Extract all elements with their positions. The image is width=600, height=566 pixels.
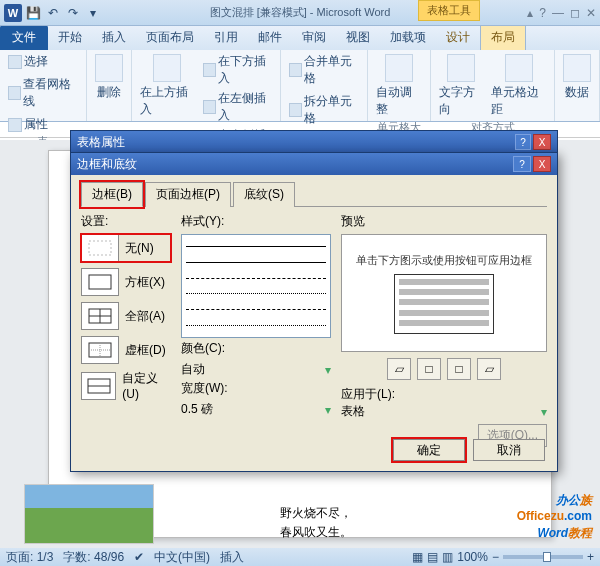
tab-insert[interactable]: 插入 [92, 25, 136, 50]
text-direction-button[interactable]: 文字方向 [437, 52, 485, 120]
border-diag2-button[interactable]: ▱ [477, 358, 501, 380]
preview-message: 单击下方图示或使用按钮可应用边框 [356, 253, 532, 268]
autofit-icon [385, 54, 413, 82]
status-wordcount[interactable]: 字数: 48/96 [63, 549, 124, 566]
option-box[interactable]: 方框(X) [81, 268, 171, 296]
window-controls: ▴ ? — ◻ ✕ [527, 6, 596, 20]
tab-mailings[interactable]: 邮件 [248, 25, 292, 50]
tab-border[interactable]: 边框(B) [81, 182, 143, 207]
insert-below-button[interactable]: 在下方插入 [201, 52, 274, 88]
preview-panel: 单击下方图示或使用按钮可应用边框 [341, 234, 547, 352]
border-custom-icon [81, 372, 116, 400]
style-listbox[interactable] [181, 234, 331, 338]
table-properties-button[interactable]: 属性 [6, 115, 50, 134]
insert-above-button[interactable]: 在上方插入 [138, 52, 197, 120]
preview-table-icon[interactable] [394, 274, 494, 334]
border-bottom-button[interactable]: □ [417, 358, 441, 380]
status-language[interactable]: 中文(中国) [154, 549, 210, 566]
close-icon[interactable]: ✕ [586, 6, 596, 20]
group-delete: 删除 [87, 50, 132, 121]
titlebar: W 💾 ↶ ↷ ▾ 图文混排 [兼容模式] - Microsoft Word 表… [0, 0, 600, 26]
tab-table-layout[interactable]: 布局 [480, 24, 526, 50]
svg-rect-0 [89, 241, 111, 255]
undo-icon[interactable]: ↶ [44, 4, 62, 22]
view-web-icon[interactable]: ▥ [442, 550, 453, 564]
view-fullread-icon[interactable]: ▤ [427, 550, 438, 564]
restore-icon[interactable]: ◻ [570, 6, 580, 20]
document-text[interactable]: 野火烧不尽， 春风吹又生。 [280, 504, 352, 542]
color-combo[interactable]: 自动▾ [181, 361, 331, 378]
cancel-button[interactable]: 取消 [473, 439, 545, 461]
group-data: 数据 [555, 50, 600, 121]
status-page[interactable]: 页面: 1/3 [6, 549, 53, 566]
option-none[interactable]: 无(N) [81, 234, 171, 262]
tab-review[interactable]: 审阅 [292, 25, 336, 50]
border-diag1-button[interactable]: ▱ [387, 358, 411, 380]
option-custom[interactable]: 自定义(U) [81, 370, 171, 401]
minimize-ribbon-icon[interactable]: ▴ [527, 6, 533, 20]
chevron-down-icon: ▾ [541, 405, 547, 419]
group-merge: 合并单元格 拆分单元格 拆分表格 合并 [281, 50, 368, 121]
merge-icon [289, 63, 302, 77]
chevron-down-icon: ▾ [325, 403, 331, 417]
insert-above-icon [153, 54, 181, 82]
word-app-icon[interactable]: W [4, 4, 22, 22]
tab-references[interactable]: 引用 [204, 25, 248, 50]
delete-button[interactable]: 删除 [93, 52, 125, 103]
group-cellsize: 自动调整 单元格大小 [368, 50, 432, 121]
zoom-slider[interactable] [503, 555, 583, 559]
zoom-in-button[interactable]: + [587, 550, 594, 564]
data-button[interactable]: 数据 [561, 52, 593, 103]
grid-icon [8, 86, 21, 100]
cell-margins-button[interactable]: 单元格边距 [489, 52, 548, 120]
border-right-button[interactable]: □ [447, 358, 471, 380]
window-title: 图文混排 [兼容模式] - Microsoft Word [210, 5, 391, 20]
view-gridlines-button[interactable]: 查看网格线 [6, 75, 80, 111]
qat-dropdown-icon[interactable]: ▾ [84, 4, 102, 22]
parent-help-icon[interactable]: ? [515, 134, 531, 150]
dialog-help-icon[interactable]: ? [513, 156, 531, 172]
tab-file[interactable]: 文件 [0, 25, 48, 50]
help-icon[interactable]: ? [539, 6, 546, 20]
merge-cells-button[interactable]: 合并单元格 [287, 52, 361, 88]
autofit-button[interactable]: 自动调整 [374, 52, 425, 120]
status-proof-icon[interactable]: ✔ [134, 550, 144, 564]
dialog-close-icon[interactable]: X [533, 156, 551, 172]
delete-table-icon [95, 54, 123, 82]
document-image[interactable] [24, 484, 154, 544]
option-all[interactable]: 全部(A) [81, 302, 171, 330]
setting-label: 设置: [81, 213, 171, 230]
width-label: 宽度(W): [181, 380, 331, 397]
applyto-combo[interactable]: 表格▾ [341, 403, 547, 420]
tab-page-border[interactable]: 页面边框(P) [145, 182, 231, 207]
tab-shading[interactable]: 底纹(S) [233, 182, 295, 207]
border-box-icon [81, 268, 119, 296]
select-button[interactable]: 选择 [6, 52, 50, 71]
chevron-down-icon: ▾ [325, 363, 331, 377]
data-icon [563, 54, 591, 82]
border-all-icon [81, 302, 119, 330]
tab-home[interactable]: 开始 [48, 25, 92, 50]
split-icon [289, 103, 302, 117]
parent-close-icon[interactable]: X [533, 134, 551, 150]
redo-icon[interactable]: ↷ [64, 4, 82, 22]
tab-view[interactable]: 视图 [336, 25, 380, 50]
split-cells-button[interactable]: 拆分单元格 [287, 92, 361, 128]
tab-table-design[interactable]: 设计 [436, 25, 480, 50]
zoom-out-button[interactable]: − [492, 550, 499, 564]
status-insert-mode[interactable]: 插入 [220, 549, 244, 566]
applyto-label: 应用于(L): [341, 386, 395, 403]
zoom-level[interactable]: 100% [457, 550, 488, 564]
tab-pagelayout[interactable]: 页面布局 [136, 25, 204, 50]
save-icon[interactable]: 💾 [24, 4, 42, 22]
insert-left-button[interactable]: 在左侧插入 [201, 89, 274, 125]
insert-below-icon [203, 63, 216, 77]
tab-addins[interactable]: 加载项 [380, 25, 436, 50]
option-grid[interactable]: 虚框(D) [81, 336, 171, 364]
width-combo[interactable]: 0.5 磅▾ [181, 401, 331, 418]
minimize-icon[interactable]: — [552, 6, 564, 20]
view-print-layout-icon[interactable]: ▦ [412, 550, 423, 564]
dialog-titlebar[interactable]: 边框和底纹 ?X [71, 153, 557, 175]
table-properties-dialog-titlebar: 表格属性 ?X [70, 130, 558, 154]
ok-button[interactable]: 确定 [393, 439, 465, 461]
